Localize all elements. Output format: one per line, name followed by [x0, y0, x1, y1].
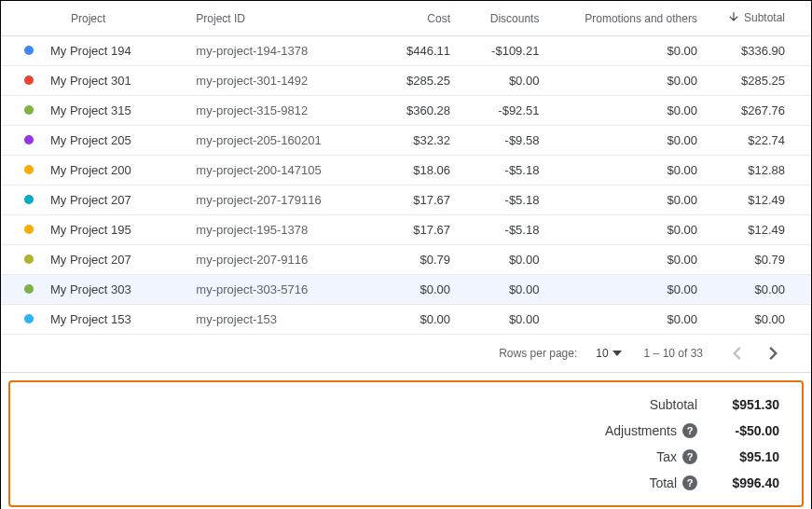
- row-cost: $360.28: [386, 96, 465, 126]
- row-cost: $18.06: [386, 156, 465, 186]
- row-subtotal: $12.49: [712, 186, 811, 215]
- row-cost: $285.25: [386, 66, 465, 96]
- summary-row-adjustments: Adjustments ? -$50.00: [25, 423, 779, 438]
- next-page-button[interactable]: [763, 342, 785, 365]
- rows-per-page: Rows per page: 10: [499, 347, 621, 360]
- row-promotions: $0.00: [554, 66, 712, 96]
- summary-subtotal-label: Subtotal: [650, 397, 697, 412]
- row-cost: $0.00: [386, 275, 465, 305]
- summary-adjustments-label: Adjustments ?: [605, 423, 697, 438]
- row-promotions: $0.00: [554, 215, 712, 245]
- row-project-name: My Project 315: [50, 96, 188, 126]
- row-subtotal: $12.49: [712, 215, 811, 245]
- row-discounts: $0.00: [465, 66, 554, 96]
- row-promotions: $0.00: [554, 245, 712, 275]
- row-subtotal: $336.90: [712, 36, 811, 66]
- row-project-name: My Project 207: [50, 245, 188, 275]
- row-project-id: my-project-194-1378: [188, 36, 386, 66]
- row-promotions: $0.00: [554, 305, 712, 335]
- table-row[interactable]: My Project 303my-project-303-5716$0.00$0…: [1, 275, 811, 305]
- pagination-nav: [725, 342, 785, 365]
- row-discounts: $0.00: [465, 305, 554, 335]
- rows-per-page-select[interactable]: 10: [596, 347, 621, 360]
- col-header-subtotal[interactable]: Subtotal: [712, 1, 811, 36]
- summary-tax-label-text: Tax: [656, 449, 677, 464]
- col-header-cost[interactable]: Cost: [386, 1, 465, 36]
- sort-desc-icon: [727, 10, 740, 26]
- table-row[interactable]: My Project 195my-project-195-1378$17.67-…: [1, 215, 811, 245]
- row-subtotal: $0.00: [712, 275, 811, 305]
- rows-per-page-label: Rows per page:: [499, 347, 577, 360]
- row-cost: $17.67: [386, 215, 465, 245]
- summary-total-value: $996.40: [705, 475, 779, 490]
- table-row[interactable]: My Project 205my-project-205-160201$32.3…: [1, 126, 811, 156]
- row-project-name: My Project 303: [50, 275, 188, 305]
- row-discounts: -$5.18: [465, 215, 554, 245]
- row-project-id: my-project-207-179116: [188, 186, 386, 215]
- chevron-right-icon: [769, 347, 778, 360]
- dropdown-icon: [612, 349, 622, 358]
- table-header-row: Project Project ID Cost Discounts Promot…: [1, 1, 811, 36]
- col-header-project[interactable]: Project: [1, 1, 188, 36]
- row-project-id: my-project-153: [188, 305, 386, 335]
- row-color-dot: [1, 156, 50, 186]
- help-icon[interactable]: ?: [682, 449, 697, 464]
- row-promotions: $0.00: [554, 156, 712, 186]
- row-project-name: My Project 301: [50, 66, 188, 96]
- table-row[interactable]: My Project 315my-project-315-9812$360.28…: [1, 96, 811, 126]
- table-row[interactable]: My Project 194my-project-194-1378$446.11…: [1, 36, 811, 66]
- row-project-name: My Project 205: [50, 126, 188, 156]
- table-row[interactable]: My Project 200my-project-200-147105$18.0…: [1, 156, 811, 186]
- row-subtotal: $0.79: [712, 245, 811, 275]
- row-promotions: $0.00: [554, 275, 712, 305]
- chevron-left-icon: [732, 347, 741, 360]
- summary-adjustments-label-text: Adjustments: [605, 423, 677, 438]
- row-project-id: my-project-303-5716: [188, 275, 386, 305]
- row-discounts: -$92.51: [465, 96, 554, 126]
- help-icon[interactable]: ?: [682, 423, 697, 438]
- row-subtotal: $12.88: [712, 156, 811, 186]
- row-color-dot: [1, 126, 50, 156]
- summary-row-total: Total ? $996.40: [25, 475, 779, 490]
- table-row[interactable]: My Project 207my-project-207-179116$17.6…: [1, 186, 811, 215]
- table-row[interactable]: My Project 301my-project-301-1492$285.25…: [1, 66, 811, 96]
- row-project-id: my-project-195-1378: [188, 215, 386, 245]
- table-row[interactable]: My Project 153my-project-153$0.00$0.00$0…: [1, 305, 811, 335]
- row-discounts: $0.00: [465, 245, 554, 275]
- row-discounts: -$5.18: [465, 186, 554, 215]
- row-cost: $32.32: [386, 126, 465, 156]
- row-subtotal: $0.00: [712, 305, 811, 335]
- row-project-name: My Project 200: [50, 156, 188, 186]
- row-color-dot: [1, 215, 50, 245]
- table-row[interactable]: My Project 207my-project-207-9116$0.79$0…: [1, 245, 811, 275]
- row-color-dot: [1, 96, 50, 126]
- col-header-project-id[interactable]: Project ID: [188, 1, 386, 36]
- row-promotions: $0.00: [554, 126, 712, 156]
- row-discounts: -$5.18: [465, 156, 554, 186]
- row-cost: $17.67: [386, 186, 465, 215]
- row-project-name: My Project 195: [50, 215, 188, 245]
- summary-tax-value: $95.10: [705, 449, 779, 464]
- pagination-bar: Rows per page: 10 1 – 10 of 33: [1, 335, 811, 373]
- row-project-id: my-project-315-9812: [188, 96, 386, 126]
- summary-total-label-text: Total: [649, 475, 677, 490]
- row-promotions: $0.00: [554, 96, 712, 126]
- row-promotions: $0.00: [554, 36, 712, 66]
- row-cost: $0.00: [386, 305, 465, 335]
- row-subtotal: $285.25: [712, 66, 811, 96]
- col-header-discounts[interactable]: Discounts: [465, 1, 554, 36]
- rows-per-page-value: 10: [596, 347, 608, 360]
- row-cost: $446.11: [386, 36, 465, 66]
- table-body: My Project 194my-project-194-1378$446.11…: [1, 36, 811, 335]
- row-project-name: My Project 153: [50, 305, 188, 335]
- row-project-name: My Project 207: [50, 186, 188, 215]
- row-project-id: my-project-200-147105: [188, 156, 386, 186]
- col-header-promotions[interactable]: Promotions and others: [554, 1, 712, 36]
- prev-page-button[interactable]: [725, 342, 748, 365]
- summary-row-tax: Tax ? $95.10: [25, 449, 779, 464]
- row-color-dot: [1, 275, 50, 305]
- row-color-dot: [1, 36, 50, 66]
- help-icon[interactable]: ?: [682, 475, 697, 490]
- row-project-id: my-project-205-160201: [188, 126, 386, 156]
- row-color-dot: [1, 66, 50, 96]
